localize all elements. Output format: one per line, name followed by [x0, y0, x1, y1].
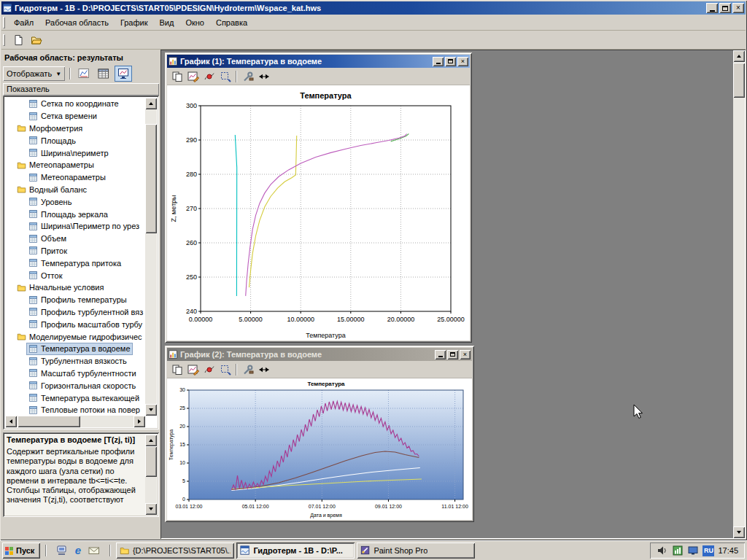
tree-item[interactable]: Метеопараметры [5, 159, 145, 171]
description-scrollbar[interactable] [145, 435, 157, 515]
scroll-down-button[interactable] [733, 526, 745, 538]
tree-item[interactable]: Объем [5, 233, 145, 245]
scroll-down-button[interactable] [145, 404, 157, 416]
scroll-up-button[interactable] [733, 50, 745, 62]
tree-item[interactable]: Температура в водоеме [5, 343, 145, 355]
tree-item[interactable]: Отток [5, 269, 145, 281]
maximize-button[interactable] [445, 57, 456, 66]
tree-item[interactable]: Турбулентная вязкость [5, 355, 145, 368]
menu-item-4[interactable]: Окно [179, 16, 210, 29]
tree-item[interactable]: Профиль турбулентной вяз [5, 306, 145, 319]
menu-item-5[interactable]: Справка [210, 16, 253, 29]
tree-item[interactable]: Площадь зеркала [5, 208, 145, 220]
svg-text:Температура: Температура [300, 91, 352, 100]
edit-chart-button[interactable] [185, 69, 201, 84]
zoom-area-button[interactable] [217, 362, 233, 377]
clock: 17:45 [718, 546, 738, 555]
volume-icon[interactable] [657, 545, 668, 556]
taskbar-task[interactable]: Paint Shop Pro [357, 542, 475, 559]
chart-window-icon [169, 350, 178, 359]
scrollbar-thumb[interactable] [145, 124, 157, 233]
toolbar-grip[interactable] [3, 34, 5, 46]
close-button[interactable]: × [457, 57, 468, 66]
maximize-button[interactable] [447, 350, 458, 359]
start-button[interactable]: Пуск [2, 542, 40, 559]
tree-item[interactable]: Морфометрия [5, 122, 145, 135]
maximize-button[interactable] [719, 3, 731, 13]
tree-horizontal-scrollbar[interactable] [5, 416, 145, 427]
tools-button[interactable] [240, 362, 255, 377]
menu-item-2[interactable]: График [115, 16, 154, 29]
marker-button[interactable] [201, 362, 217, 377]
fit-width-button[interactable] [256, 69, 271, 84]
show-desktop-icon[interactable] [56, 545, 68, 556]
language-badge[interactable]: RU [703, 545, 714, 556]
marker-button[interactable] [201, 69, 217, 84]
tree-item[interactable]: Площадь [5, 134, 145, 147]
tree-item[interactable]: Тепловые потоки на повер [5, 404, 145, 416]
menu-item-1[interactable]: Рабочая область [39, 16, 115, 29]
minimize-button[interactable] [433, 57, 444, 66]
toolbar-grip[interactable] [3, 17, 5, 28]
mouse-cursor [633, 404, 643, 420]
sheet-icon [28, 319, 38, 329]
tree-item[interactable]: Уровень [5, 195, 145, 208]
minimize-button[interactable] [706, 3, 718, 13]
copy-button[interactable] [169, 362, 185, 377]
table-view-button[interactable] [95, 66, 112, 82]
scrollbar-thumb[interactable] [733, 63, 745, 98]
chart-indicator-icon[interactable] [672, 545, 684, 556]
tree-item[interactable]: Метеопараметры [5, 171, 145, 184]
close-button[interactable]: × [460, 350, 471, 359]
edit-chart-button[interactable] [185, 362, 201, 377]
chart1-titlebar[interactable]: График (1): Температура в водоеме × [167, 55, 470, 68]
screen-view-button[interactable] [115, 66, 132, 82]
tree-item[interactable]: Сетка по координате [5, 98, 145, 110]
tree-item[interactable]: Моделируемые гидрофизичес [5, 330, 145, 343]
scrollbar-thumb[interactable] [18, 416, 80, 427]
tools-button[interactable] [240, 69, 255, 84]
display-indicator-icon [687, 545, 699, 556]
window-titlebar[interactable]: Гидротерм - 1В - D:\PROJECTS\START05\PDE… [1, 1, 746, 15]
chart-view-button[interactable] [75, 66, 93, 82]
tree-item[interactable]: Масштаб турбулентности [5, 368, 145, 380]
close-button[interactable]: × [732, 3, 744, 13]
taskbar-task[interactable]: {D:\PROJECTS\START05\... [116, 542, 234, 559]
mail-icon[interactable] [88, 545, 100, 556]
tree-item[interactable]: Температура притока [5, 257, 145, 269]
fit-width-button[interactable] [256, 362, 271, 377]
scroll-up-button[interactable] [145, 435, 157, 446]
tree-item[interactable]: Водный баланс [5, 184, 145, 196]
tree-header[interactable]: Показатель [3, 83, 159, 96]
internet-explorer-icon[interactable]: e [72, 545, 84, 556]
tree-item[interactable]: Горизонтальная скорость [5, 379, 145, 392]
display-indicator-icon[interactable] [687, 545, 699, 556]
scroll-up-button[interactable] [145, 98, 157, 109]
tree-item[interactable]: Начальные условия [5, 281, 145, 294]
tree-item[interactable]: Ширина\Периметр по урез [5, 220, 145, 233]
menu-item-0[interactable]: Файл [8, 16, 39, 29]
tree-item[interactable]: Сетка времени [5, 110, 145, 122]
display-dropdown[interactable]: Отображать ▼ [3, 66, 65, 81]
tree-item[interactable]: Приток [5, 245, 145, 257]
scroll-down-button[interactable] [145, 503, 157, 515]
zoom-area-button[interactable] [217, 69, 233, 84]
scroll-left-button[interactable] [5, 416, 17, 427]
tree-item[interactable]: Ширина\периметр [5, 147, 145, 159]
mdi-vertical-scrollbar[interactable] [733, 50, 745, 538]
sheet-icon [28, 381, 38, 390]
menu-item-3[interactable]: Вид [154, 16, 180, 29]
scrollbar-thumb[interactable] [145, 446, 157, 477]
tree-item[interactable]: Профиль температуры [5, 294, 145, 306]
new-button[interactable] [9, 32, 26, 48]
tree-item[interactable]: Температура вытекающей [5, 392, 145, 404]
minimize-button[interactable] [435, 350, 446, 359]
copy-button[interactable] [169, 69, 185, 84]
tree-item[interactable]: Профиль масштабов турбу [5, 318, 145, 330]
taskbar-task[interactable]: Гидротерм - 1В - D:\P... [236, 542, 355, 559]
chart2-titlebar[interactable]: График (2): Температура в водоеме × [167, 348, 472, 361]
chart-win-icon [169, 350, 178, 359]
open-button[interactable] [28, 32, 44, 48]
tree-vertical-scrollbar[interactable] [145, 98, 157, 416]
scroll-right-button[interactable] [133, 416, 145, 427]
